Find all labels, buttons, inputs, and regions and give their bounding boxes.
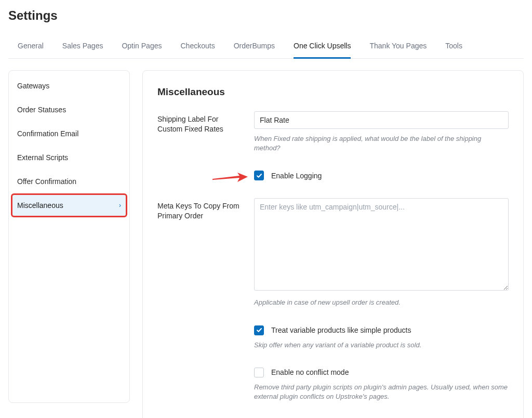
field-meta-keys: Meta Keys To Copy From Primary Order App… — [157, 198, 509, 307]
sidebar-item-confirmation-email[interactable]: Confirmation Email › — [11, 122, 127, 146]
sidebar-item-label: Confirmation Email — [17, 129, 78, 138]
checkbox-label: Enable no conflict mode — [271, 368, 349, 376]
field-enable-logging: Enable Logging — [157, 171, 509, 180]
field-treat-variable: Treat variable products like simple prod… — [157, 325, 509, 350]
field-label — [157, 368, 244, 371]
checkbox-label: Treat variable products like simple prod… — [271, 326, 411, 334]
sidebar-item-gateways[interactable]: Gateways › — [11, 74, 127, 98]
shipping-label-input[interactable] — [254, 111, 509, 129]
page-title: Settings — [8, 8, 524, 23]
help-text: Remove third party plugin scripts on plu… — [254, 383, 509, 401]
sidebar-item-offer-confirmation[interactable]: Offer Confirmation › — [11, 169, 127, 193]
sidebar: Gateways › Order Statuses › Confirmation… — [8, 70, 130, 403]
sidebar-item-label: Gateways — [17, 82, 49, 90]
field-shipping-label: Shipping Label For Custom Fixed Rates Wh… — [157, 111, 509, 153]
sidebar-item-order-statuses[interactable]: Order Statuses › — [11, 98, 127, 122]
field-no-conflict: Enable no conflict mode Remove third par… — [157, 368, 509, 401]
sidebar-item-label: Offer Confirmation — [17, 177, 76, 186]
no-conflict-checkbox[interactable] — [254, 368, 264, 377]
sidebar-item-external-scripts[interactable]: External Scripts › — [11, 146, 127, 169]
tab-general[interactable]: General — [18, 37, 44, 59]
tab-checkouts[interactable]: Checkouts — [180, 37, 215, 59]
tab-one-click-upsells[interactable]: One Click Upsells — [294, 37, 351, 59]
tab-optin-pages[interactable]: Optin Pages — [122, 37, 162, 59]
help-text: When Fixed rate shipping is applied, wha… — [254, 134, 509, 153]
help-text: Applicable in case of new upsell order i… — [254, 298, 509, 307]
field-label — [157, 325, 244, 329]
field-label: Meta Keys To Copy From Primary Order — [157, 198, 244, 221]
field-label: Shipping Label For Custom Fixed Rates — [157, 111, 244, 134]
field-label — [157, 171, 244, 174]
chevron-right-icon: › — [119, 202, 121, 209]
tab-thank-you-pages[interactable]: Thank You Pages — [369, 37, 427, 59]
tab-orderbumps[interactable]: OrderBumps — [234, 37, 275, 59]
panel-title: Miscellaneous — [157, 86, 509, 98]
sidebar-item-label: Order Statuses — [17, 106, 66, 114]
tab-sales-pages[interactable]: Sales Pages — [62, 37, 103, 59]
tab-tools[interactable]: Tools — [445, 37, 462, 59]
sidebar-item-label: External Scripts — [17, 153, 68, 162]
main-panel: Miscellaneous Shipping Label For Custom … — [142, 70, 524, 418]
sidebar-item-label: Miscellaneous — [17, 201, 63, 210]
treat-variable-checkbox[interactable] — [254, 325, 264, 335]
tab-bar: General Sales Pages Optin Pages Checkout… — [8, 37, 524, 59]
sidebar-item-miscellaneous[interactable]: Miscellaneous › — [11, 193, 127, 217]
checkbox-label: Enable Logging — [271, 172, 322, 180]
help-text: Skip offer when any variant of a variabl… — [254, 341, 509, 350]
meta-keys-textarea[interactable] — [254, 198, 509, 291]
enable-logging-checkbox[interactable] — [254, 171, 264, 180]
